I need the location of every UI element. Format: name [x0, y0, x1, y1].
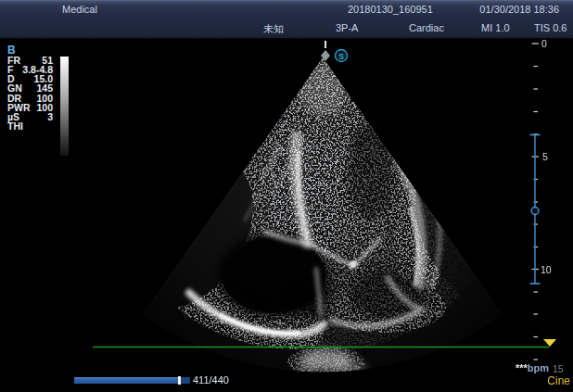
heart-rate-label: ***bpm — [516, 362, 549, 373]
probe-label: 3P-A — [336, 22, 358, 33]
grayscale-bar — [60, 57, 69, 156]
cine-mode-label: Cine — [547, 374, 570, 387]
param-row-thi: THI — [7, 121, 53, 131]
depth-label-10: 10 — [541, 264, 552, 275]
focus-marker-icon — [531, 208, 539, 215]
ecg-sweep-cursor — [543, 339, 556, 347]
cine-progress-thumb[interactable] — [178, 376, 181, 385]
depth-label-0: 0 — [541, 38, 547, 49]
echo-image: S 0 5 10 — [0, 0, 573, 392]
datetime-label: 01/30/2018 18:36 — [479, 4, 559, 15]
preset-label: Cardiac — [409, 22, 444, 33]
title-bar: Medical 20180130_160951 01/30/2018 18:36 — [0, 0, 573, 19]
exam-info-bar: 未知 3P-A Cardiac MI 1.0 TIS 0.6 — [0, 19, 573, 39]
tis-label: TIS 0.6 — [534, 22, 567, 33]
imaging-parameters: FR51 F3.8-4.8 D15.0 GN145 DR100 PWR100 µ… — [7, 56, 53, 131]
depth-label-5: 5 — [542, 151, 548, 162]
depth-ruler-labels: 0 5 10 — [541, 38, 552, 275]
study-id-label: 20180130_160951 — [348, 4, 433, 15]
ultrasound-screen: Medical 20180130_160951 01/30/2018 18:36… — [0, 0, 573, 392]
orientation-marker: S — [336, 50, 348, 62]
cine-progress-fill — [74, 377, 179, 384]
cine-progress-bar[interactable] — [74, 377, 190, 384]
svg-text:S: S — [338, 52, 344, 61]
brand-label: Medical — [62, 4, 97, 15]
depth-label-15: 15 — [553, 363, 564, 374]
patient-name-label: 未知 — [263, 22, 284, 36]
echo-sector — [88, 39, 524, 386]
apex-marker — [321, 41, 330, 61]
frame-counter: 411/440 — [193, 374, 229, 386]
mi-label: MI 1.0 — [481, 22, 510, 33]
